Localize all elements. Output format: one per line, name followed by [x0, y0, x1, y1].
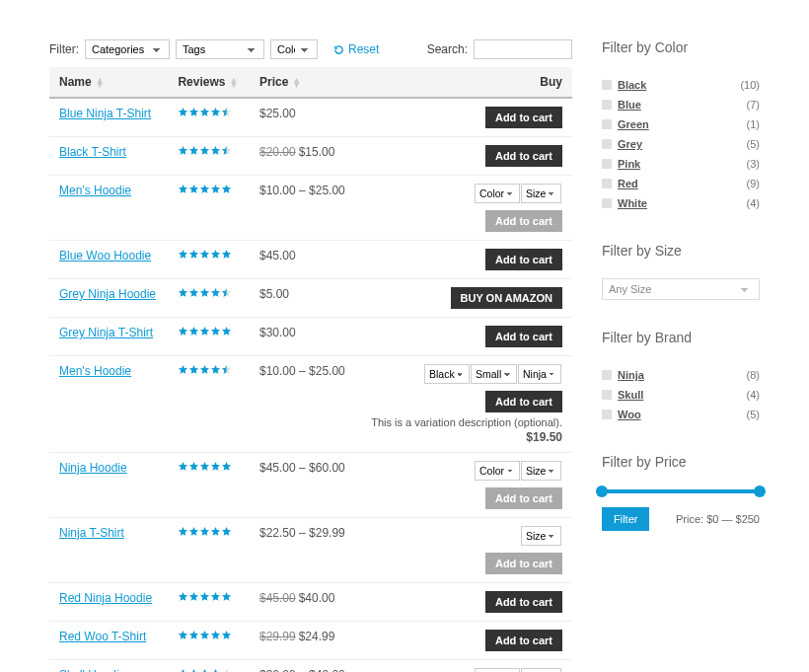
- product-link[interactable]: Red Woo T-Shirt: [59, 630, 146, 643]
- product-link[interactable]: Blue Ninja T-Shirt: [59, 107, 151, 120]
- reset-icon: [333, 44, 344, 55]
- add-to-cart-button[interactable]: Add to cart: [485, 249, 562, 270]
- product-price: $25.00: [250, 98, 357, 137]
- variation-select[interactable]: Black: [424, 364, 470, 384]
- filter-item[interactable]: Red(9): [602, 174, 760, 193]
- col-reviews[interactable]: Reviews: [168, 67, 250, 98]
- filter-item-name: Grey: [618, 138, 642, 150]
- rating-stars: [178, 326, 232, 336]
- variation-select[interactable]: Small: [471, 364, 517, 384]
- size-select[interactable]: Any Size: [602, 278, 760, 300]
- checkbox-icon: [602, 370, 612, 380]
- filter-item-name: Pink: [618, 158, 640, 170]
- checkbox-icon: [602, 159, 612, 169]
- filter-item[interactable]: Blue(7): [602, 95, 760, 114]
- filter-item[interactable]: Black(10): [602, 75, 760, 95]
- table-row: Men's Hoodie$10.00 – $25.00ColorSizeAdd …: [49, 176, 572, 241]
- search-label: Search:: [427, 42, 468, 56]
- slider-handle-min[interactable]: [596, 485, 608, 497]
- filter-item-count: (10): [740, 79, 760, 91]
- table-row: Red Ninja Hoodie$45.00$40.00Add to cart: [49, 583, 572, 622]
- add-to-cart-button[interactable]: Add to cart: [485, 107, 562, 128]
- add-to-cart-button[interactable]: Add to cart: [485, 326, 562, 347]
- table-row: Grey Ninja Hoodie$5.00BUY ON AMAZON: [49, 279, 572, 318]
- filter-item[interactable]: Pink(3): [602, 154, 760, 174]
- product-link[interactable]: Grey Ninja Hoodie: [59, 287, 156, 301]
- filter-item-count: (8): [747, 369, 760, 381]
- filter-item[interactable]: Grey(5): [602, 134, 760, 154]
- product-link[interactable]: Grey Ninja T-Shirt: [59, 326, 153, 339]
- variation-select[interactable]: Size: [521, 184, 561, 203]
- filter-label: Filter:: [49, 42, 79, 56]
- filter-price-widget: Filter by Price Filter Price: $0 — $250: [602, 454, 760, 531]
- checkbox-icon: [602, 119, 612, 129]
- add-to-cart-button[interactable]: Add to cart: [485, 487, 562, 509]
- variation-select[interactable]: Ninja: [518, 364, 561, 384]
- sort-icon: [96, 78, 105, 87]
- product-price: $29.99$24.99: [250, 622, 357, 660]
- add-to-cart-button[interactable]: Add to cart: [485, 391, 562, 412]
- product-price: $45.00 – $60.00: [250, 453, 357, 518]
- rating-stars: [178, 249, 232, 260]
- product-table: Name Reviews Price Buy Blue Ninja T-Shir…: [49, 67, 572, 672]
- table-row: Blue Woo Hoodie$45.00Add to cart: [49, 241, 572, 279]
- filter-brand-widget: Filter by Brand Ninja(8)Skull(4)Woo(5): [602, 330, 760, 424]
- rating-stars: [178, 591, 232, 602]
- filter-item[interactable]: Ninja(8): [602, 365, 760, 385]
- variation-select[interactable]: Color: [475, 668, 520, 672]
- product-link[interactable]: Skull Hoodie: [59, 668, 125, 672]
- search-input[interactable]: [474, 39, 572, 59]
- filter-item-name: Woo: [618, 409, 641, 420]
- filter-item-name: Black: [618, 79, 646, 91]
- variation-select[interactable]: Color: [475, 184, 520, 203]
- checkbox-icon: [602, 100, 612, 110]
- add-to-cart-button[interactable]: Add to cart: [485, 145, 562, 167]
- product-link[interactable]: Ninja T-Shirt: [59, 526, 124, 540]
- checkbox-icon: [602, 198, 612, 208]
- table-row: Grey Ninja T-Shirt$30.00Add to cart: [49, 318, 572, 356]
- variation-select[interactable]: Size: [521, 526, 561, 546]
- col-name[interactable]: Name: [49, 67, 168, 98]
- rating-stars: [178, 461, 232, 472]
- widget-title: Filter by Size: [602, 243, 760, 259]
- product-link[interactable]: Men's Hoodie: [59, 364, 131, 378]
- product-link[interactable]: Men's Hoodie: [59, 184, 131, 197]
- add-to-cart-button[interactable]: Add to cart: [485, 553, 562, 574]
- product-link[interactable]: Ninja Hoodie: [59, 461, 127, 475]
- product-link[interactable]: Red Ninja Hoodie: [59, 591, 152, 605]
- rating-stars: [178, 287, 232, 298]
- widget-title: Filter by Price: [602, 454, 760, 470]
- variation-price: $19.50: [367, 430, 562, 444]
- rating-stars: [178, 184, 232, 194]
- tags-select[interactable]: Tags: [176, 39, 264, 59]
- variation-select[interactable]: Color: [475, 461, 520, 481]
- filter-item[interactable]: Skull(4): [602, 385, 760, 405]
- price-slider[interactable]: [602, 489, 760, 493]
- add-to-cart-button[interactable]: BUY ON AMAZON: [451, 287, 563, 309]
- price-filter-button[interactable]: Filter: [602, 507, 649, 531]
- color-select[interactable]: Color: [270, 39, 318, 59]
- col-price[interactable]: Price: [250, 67, 357, 98]
- filter-item[interactable]: Green(1): [602, 114, 760, 134]
- filter-item-count: (3): [747, 158, 760, 170]
- filter-item-count: (1): [747, 118, 760, 130]
- add-to-cart-button[interactable]: Add to cart: [485, 591, 562, 613]
- categories-select[interactable]: Categories: [85, 39, 170, 59]
- variation-select[interactable]: Size: [521, 668, 561, 672]
- product-price: $30.00: [250, 318, 357, 356]
- product-link[interactable]: Black T-Shirt: [59, 145, 126, 159]
- add-to-cart-button[interactable]: Add to cart: [485, 210, 562, 232]
- table-row: Black T-Shirt$20.00$15.00Add to cart: [49, 137, 572, 176]
- filter-item[interactable]: White(4): [602, 193, 760, 213]
- table-row: Skull Hoodie$30.00 – $40.00ColorSizeAdd …: [49, 660, 572, 673]
- add-to-cart-button[interactable]: Add to cart: [485, 630, 562, 651]
- filter-item-name: Blue: [618, 99, 641, 111]
- slider-handle-max[interactable]: [754, 485, 766, 497]
- rating-stars: [178, 145, 232, 156]
- product-link[interactable]: Blue Woo Hoodie: [59, 249, 151, 262]
- variation-select[interactable]: Size: [521, 461, 561, 481]
- variation-description: This is a variation description (optiona…: [367, 416, 562, 428]
- reset-button[interactable]: Reset: [333, 42, 379, 56]
- filter-item-count: (4): [747, 197, 760, 209]
- filter-item[interactable]: Woo(5): [602, 405, 760, 424]
